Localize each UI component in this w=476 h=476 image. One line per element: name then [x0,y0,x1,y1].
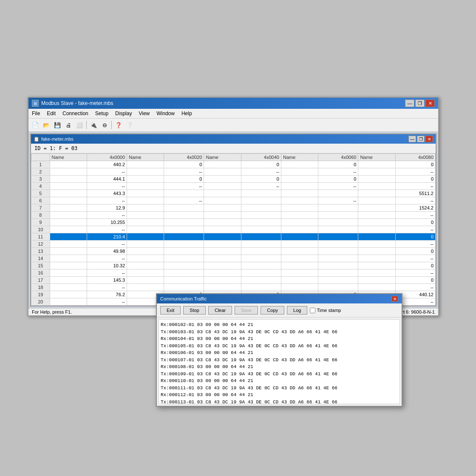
window-button[interactable]: ⬜ [74,120,85,130]
table-row[interactable]: 3444.10000 [31,176,436,183]
inner-title-left: 📋 fake-meter.mbs [34,136,74,142]
save-button[interactable]: Save [235,306,258,314]
table-row[interactable]: 14---- [31,255,436,262]
timestamp-checkbox[interactable] [310,308,315,313]
dialog-title-bar: Communication Traffic ✕ [157,294,402,303]
inner-minimize[interactable]: — [408,136,416,142]
table-row[interactable]: 1440.20000 [31,161,436,168]
menu-bar: File Edit Connection Setup Display View … [28,109,438,119]
app-icon: ⊞ [32,100,39,107]
traffic-line: Rx:000102-01 03 00 00 00 64 44 21 [161,321,398,329]
table-row[interactable]: 12---- [31,241,436,248]
title-bar-left: ⊞ Modbus Slave - fake-meter.mbs [32,100,113,107]
col-name5: Name [358,154,395,161]
table-row[interactable]: 712.91524.2 [31,204,436,212]
toolbar: 📄 📂 💾 🖨 ⬜ 🔌 ⊖ ❓ ❔ [28,119,438,132]
menu-edit[interactable]: Edit [43,110,59,117]
timestamp-label[interactable]: Time stamp [310,308,341,313]
col-4x0020: 4x0020 [164,154,204,161]
table-row[interactable]: 1349.980 [31,248,436,255]
menu-setup[interactable]: Setup [92,110,112,117]
table-header-row: Name 4x0000 Name 4x0020 Name 4x0040 Name… [31,154,436,161]
doc-title: fake-meter.mbs [41,136,74,142]
inner-restore[interactable]: ❐ [417,136,425,142]
table-row[interactable]: 8---- [31,212,436,219]
id-line: ID = 1: F = 03 [31,144,436,153]
menu-connection[interactable]: Connection [59,110,92,117]
title-bar: ⊞ Modbus Slave - fake-meter.mbs — ❐ ✕ [28,98,438,109]
menu-help[interactable]: Help [178,110,196,117]
traffic-line: Tx:000107-01 03 C8 43 DC 19 9A 43 DE 0C … [161,357,398,364]
table-row[interactable]: 5443.35511.2 [31,190,436,197]
traffic-line: Tx:000109-01 03 C8 43 DC 19 9A 43 DE 0C … [161,371,398,378]
col-rownum [31,154,50,161]
menu-file[interactable]: File [28,110,43,117]
table-body: 1440.200002----------3444.100004--------… [31,161,436,306]
dialog-button-bar: Exit Stop Clear Save Copy Log Time stamp [157,303,402,317]
clear-button[interactable]: Clear [208,306,232,314]
inner-controls: — ❐ ✕ [408,136,433,142]
table-row[interactable]: 11210.40 [31,233,436,241]
connect-button[interactable]: 🔌 [88,120,99,130]
disconnect-button[interactable]: ⊖ [99,120,110,130]
new-button[interactable]: 📄 [30,120,40,130]
col-name3: Name [204,154,241,161]
traffic-line: Rx:000110-01 03 00 00 00 64 44 21 [161,377,398,385]
print-button[interactable]: 🖨 [63,120,74,130]
menu-display[interactable]: Display [112,110,135,117]
table-row[interactable]: 2---------- [31,168,436,176]
inner-title-bar: 📋 fake-meter.mbs — ❐ ✕ [31,134,436,144]
status-help: For Help, press F1. [32,309,72,314]
table-row[interactable]: 1510.320 [31,262,436,269]
col-4x0060: 4x0060 [318,154,358,161]
exit-button[interactable]: Exit [160,306,181,314]
traffic-line: Rx:000104-01 03 00 00 00 64 44 21 [161,335,398,343]
inner-close[interactable]: ✕ [425,136,433,142]
window-controls: — ❐ ✕ [405,99,435,107]
table-row[interactable]: 910.2550 [31,219,436,226]
table-row[interactable]: 10---- [31,226,436,233]
traffic-line: Tx:000105-01 03 C8 43 DC 19 9A 43 DE 0C … [161,343,398,350]
register-table: Name 4x0000 Name 4x0020 Name 4x0040 Name… [31,153,436,306]
col-4x0040: 4x0040 [241,154,281,161]
col-4x0080: 4x0080 [395,154,435,161]
traffic-line: Rx:000112-01 03 00 00 00 64 44 21 [161,391,398,399]
traffic-line: Rx:000108-01 03 00 00 00 64 44 21 [161,363,398,371]
col-name2: Name [127,154,164,161]
log-button[interactable]: Log [287,306,307,314]
traffic-content[interactable]: Rx:000102-01 03 00 00 00 64 44 21Tx:0001… [159,319,400,404]
id-text: ID = 1: F = 03 [34,145,77,151]
inner-window: 📋 fake-meter.mbs — ❐ ✕ ID = 1: F = 03 [30,133,436,306]
doc-area: 📋 fake-meter.mbs — ❐ ✕ ID = 1: F = 03 [28,132,438,308]
toolbar-separator-1 [86,121,87,129]
table-row[interactable]: 16---- [31,269,436,277]
about-button[interactable]: ❔ [125,120,135,130]
col-4x0000: 4x0000 [87,154,127,161]
col-name1: Name [50,154,87,161]
main-window: ⊞ Modbus Slave - fake-meter.mbs — ❐ ✕ Fi… [28,97,439,316]
table-row[interactable]: 17145.30 [31,277,436,284]
traffic-line: Rx:000106-01 03 00 00 00 64 44 21 [161,349,398,357]
menu-window[interactable]: Window [153,110,178,117]
traffic-line: Tx:000111-01 03 C8 43 DC 19 9A 43 DE 0C … [161,385,398,392]
save-button[interactable]: 💾 [52,120,62,130]
dialog-close-button[interactable]: ✕ [391,296,398,302]
traffic-line: Tx:000113-01 03 C8 43 DC 19 9A 43 DE 0C … [161,399,398,405]
data-grid[interactable]: Name 4x0000 Name 4x0020 Name 4x0040 Name… [31,153,436,306]
help-button[interactable]: ❓ [113,120,124,130]
table-row[interactable]: 4---------- [31,183,436,190]
menu-view[interactable]: View [135,110,153,117]
table-row[interactable]: 18---- [31,284,436,291]
restore-button[interactable]: ❐ [415,99,425,107]
timestamp-text: Time stamp [317,308,341,313]
col-name4: Name [281,154,318,161]
stop-button[interactable]: Stop [183,306,206,314]
toolbar-separator-2 [111,121,112,129]
table-row[interactable]: 6-------- [31,197,436,204]
copy-button[interactable]: Copy [261,306,284,314]
minimize-button[interactable]: — [405,99,414,107]
window-title: Modbus Slave - fake-meter.mbs [41,100,113,106]
doc-icon: 📋 [34,136,40,142]
close-button[interactable]: ✕ [425,99,435,107]
open-button[interactable]: 📂 [41,120,51,130]
